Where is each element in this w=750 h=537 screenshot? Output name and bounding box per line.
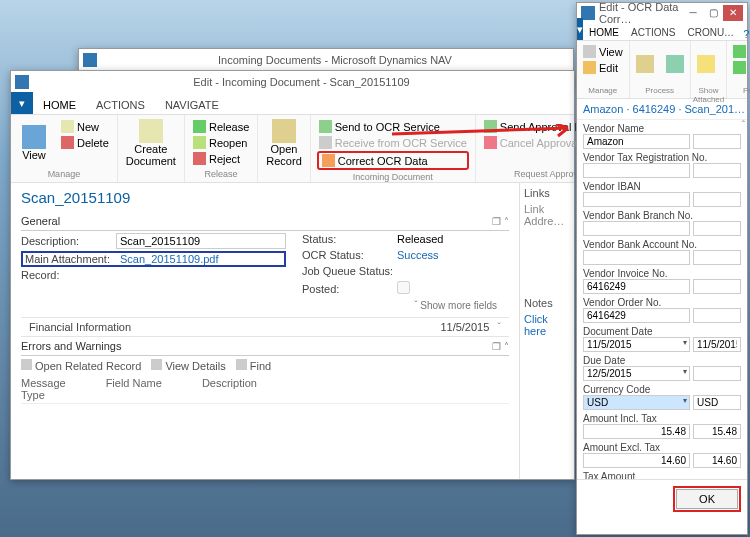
file-menu-button[interactable]: ▾ <box>11 92 33 114</box>
ocr-status-link[interactable]: Success <box>397 249 509 261</box>
posted-checkbox <box>397 281 410 294</box>
tab-actions[interactable]: ACTIONS <box>625 25 681 40</box>
vendor-iban-input[interactable] <box>583 192 690 207</box>
open-related-record[interactable]: Open Related Record <box>21 359 141 372</box>
receive-from-ocr-button[interactable]: Receive from OCR Service <box>317 135 469 150</box>
vendor-account-input[interactable] <box>583 250 690 265</box>
delete-button[interactable]: Delete <box>59 135 111 150</box>
new-button[interactable]: New <box>59 119 111 134</box>
show-attached-button[interactable] <box>693 42 719 86</box>
view-button[interactable]: View <box>581 44 625 59</box>
edit-button[interactable]: Edit <box>581 60 625 75</box>
close-button[interactable]: ✕ <box>723 5 743 21</box>
doc-date-input[interactable] <box>583 337 690 352</box>
send-to-ocr-button[interactable]: Send to OCR Service <box>317 119 469 134</box>
win2-titlebar: Edit - Incoming Document - Scan_20151109 <box>11 71 574 93</box>
win2-tabbar: ▾ HOME ACTIONS NAVIGATE <box>11 93 574 115</box>
chevron-down-icon[interactable]: ▾ <box>683 338 687 347</box>
tab-actions[interactable]: ACTIONS <box>86 96 155 114</box>
main-attachment-row: Main Attachment:Scan_20151109.pdf <box>21 251 286 267</box>
find[interactable]: Find <box>236 359 271 372</box>
errors-panel: Errors and Warnings❐ ˄ Open Related Reco… <box>21 337 509 474</box>
invoice-no-input[interactable] <box>583 279 690 294</box>
order-no-input[interactable] <box>583 308 690 323</box>
edit-ocr-data-correction-window: Edit - OCR Data Corr… ─ ▢ ✕ ▾ HOME ACTIO… <box>576 2 748 535</box>
general-panel: General❐ ˄ Description: Main Attachment:… <box>21 212 509 313</box>
app-icon <box>581 6 595 20</box>
vendor-branch-input[interactable] <box>583 221 690 236</box>
show-more-fields[interactable]: Show more fields <box>21 298 509 313</box>
create-document-button[interactable]: Create Document <box>122 117 180 169</box>
collapse-icon[interactable]: ❐ ˄ <box>492 216 509 227</box>
amount-incl-tax-input[interactable] <box>583 424 690 439</box>
view-button[interactable]: View <box>15 117 53 169</box>
view-details[interactable]: View Details <box>151 359 225 372</box>
app-icon <box>15 75 29 89</box>
ok-button[interactable]: OK <box>676 489 738 509</box>
status-value: Released <box>397 233 509 245</box>
description-input[interactable] <box>116 233 286 249</box>
ribbon: View New Delete Manage Create Document R… <box>11 115 574 183</box>
app-icon <box>83 53 97 67</box>
document-title: Scan_20151109 <box>11 183 519 212</box>
chevron-down-icon[interactable]: ▾ <box>683 396 687 405</box>
release-button[interactable]: Release <box>191 119 251 134</box>
edit-incoming-document-window: Edit - Incoming Document - Scan_20151109… <box>10 70 575 480</box>
tab-company[interactable]: CRONU… <box>681 25 740 40</box>
maximize-button[interactable]: ▢ <box>703 5 723 21</box>
collapse-icon[interactable]: ❐ ˄ <box>492 341 509 352</box>
vendor-name-input[interactable] <box>583 134 690 149</box>
process-button[interactable] <box>632 42 658 86</box>
reject-button[interactable]: Reject <box>191 151 251 166</box>
amount-excl-tax-input[interactable] <box>583 453 690 468</box>
vendor-name-value2[interactable] <box>693 134 741 149</box>
tab-navigate[interactable]: NAVIGATE <box>155 96 229 114</box>
minimize-button[interactable]: ─ <box>683 5 703 21</box>
due-date-input[interactable] <box>583 366 690 381</box>
financial-info-row[interactable]: Financial Information11/5/2015ˇ <box>21 317 509 337</box>
ocr-fields-panel: Vendor Name Vendor Tax Registration No. … <box>577 119 747 479</box>
win2-title: Edit - Incoming Document - Scan_20151109 <box>33 76 570 88</box>
tab-home[interactable]: HOME <box>583 25 625 40</box>
notes-click-here[interactable]: Click here <box>524 313 570 337</box>
main-attachment-link[interactable]: Scan_20151109.pdf <box>120 253 282 265</box>
currency-code-input[interactable] <box>583 395 690 410</box>
win1-title: Incoming Documents - Microsoft Dynamics … <box>101 54 569 66</box>
factbox-pane: LinksLink Addre… NotesClick here <box>519 183 574 479</box>
open-record-button[interactable]: Open Record <box>262 117 305 169</box>
correct-ocr-data-button[interactable]: Correct OCR Data <box>317 151 469 170</box>
reopen-button[interactable]: Reopen <box>191 135 251 150</box>
tab-home[interactable]: HOME <box>33 96 86 114</box>
vendor-tax-input[interactable] <box>583 163 690 178</box>
help-icon[interactable]: ? <box>740 28 750 40</box>
chevron-down-icon[interactable]: ▾ <box>683 367 687 376</box>
